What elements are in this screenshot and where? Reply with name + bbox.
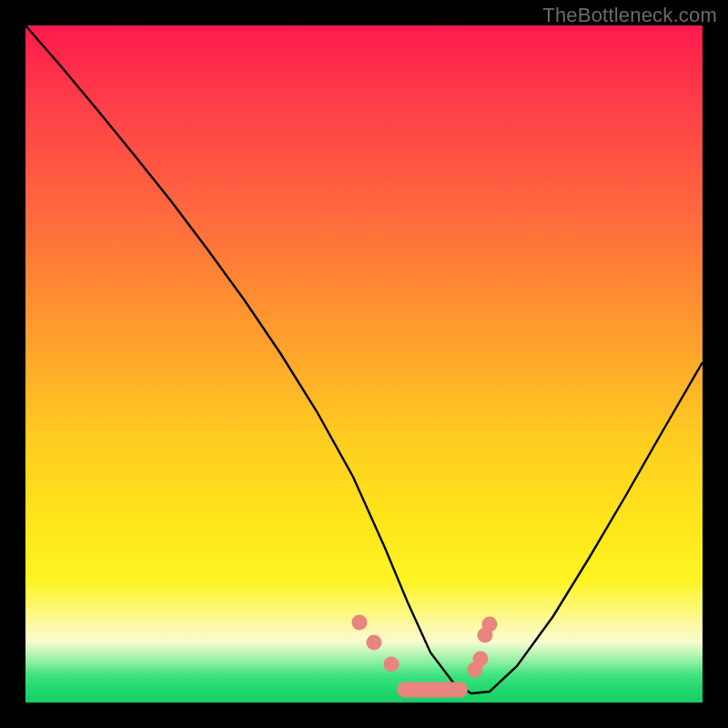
watermark-text: TheBottleneck.com — [542, 4, 717, 27]
curve-marker-pill — [397, 682, 468, 698]
curve-marker-dot — [482, 617, 498, 632]
chart-frame: TheBottleneck.com — [0, 0, 728, 728]
curve-line — [25, 25, 703, 693]
bottleneck-curve — [25, 25, 703, 703]
curve-marker-dot — [352, 615, 368, 631]
curve-marker-dot — [384, 657, 399, 672]
curve-marker-dot — [367, 635, 382, 651]
curve-marker-dot — [473, 652, 489, 667]
curve-markers — [352, 615, 498, 698]
plot-area — [25, 25, 703, 703]
